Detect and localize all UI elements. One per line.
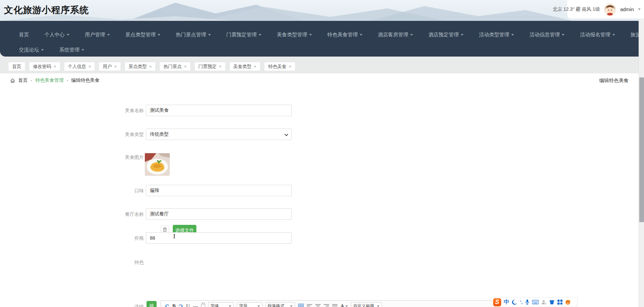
bold-icon[interactable]: B — [172, 303, 175, 307]
redo-icon[interactable]: ↷ — [179, 303, 183, 307]
undo-icon[interactable]: ↶ — [165, 303, 169, 307]
caret-down-icon — [41, 49, 44, 51]
nav-hotel-room-mgmt[interactable]: 酒店客房管理 — [378, 32, 413, 38]
tab-scenic-type[interactable]: 景点类型× — [125, 62, 156, 71]
caret-down-icon — [257, 305, 259, 307]
ime-microphone-icon[interactable] — [525, 299, 529, 305]
price-input[interactable] — [146, 232, 292, 244]
caret-down-icon — [208, 34, 211, 36]
taste-label: 口味 — [103, 185, 144, 196]
food-name-label: 美食名称 — [103, 105, 144, 116]
nav-activity-info-mgmt[interactable]: 活动信息管理 — [529, 32, 565, 38]
close-icon[interactable]: × — [219, 64, 222, 69]
nav-activity-signup-mgmt[interactable]: 活动报名管理 — [580, 32, 615, 38]
font-color-button[interactable]: A — [341, 303, 348, 307]
close-icon[interactable]: × — [114, 64, 117, 69]
tab-home[interactable]: 首页 — [8, 62, 25, 71]
close-icon[interactable]: × — [54, 64, 56, 69]
ime-moon-icon[interactable] — [512, 300, 517, 305]
horizontal-rule-icon[interactable]: — — [193, 303, 198, 307]
food-name-input[interactable] — [146, 105, 292, 116]
nav-ticket-booking-mgmt[interactable]: 门票预定管理 — [226, 32, 261, 38]
nav-scenic-type-mgmt[interactable]: 景点类型管理 — [125, 32, 160, 38]
breadcrumb-current: 编辑特色美食 — [71, 77, 99, 83]
close-icon[interactable]: × — [289, 64, 291, 69]
close-icon[interactable]: × — [149, 64, 152, 69]
food-type-select[interactable]: 传统类型 — [146, 129, 292, 140]
tab-personal-info[interactable]: 个人信息× — [64, 62, 95, 71]
caret-down-icon — [562, 34, 565, 36]
paragraph-format-select[interactable]: 段落格式 — [265, 302, 295, 307]
close-icon[interactable]: × — [184, 64, 187, 69]
food-image-label: 美食图片 — [103, 151, 144, 163]
caret-down-icon — [229, 305, 231, 307]
ime-chinese-mode-icon[interactable]: 中 — [504, 299, 509, 306]
tab-user[interactable]: 用户× — [99, 62, 121, 71]
scrollbar-thumb[interactable] — [639, 77, 644, 222]
nav-forum[interactable]: 交流论坛 — [19, 47, 44, 53]
caret-down-icon — [158, 34, 160, 36]
app-title: 文化旅游小程序系统 — [4, 4, 89, 16]
font-family-select[interactable]: 字体 — [208, 302, 234, 307]
avatar[interactable] — [604, 3, 616, 15]
breadcrumb: 首页 - 特色美食管理 - 编辑特色美食 — [10, 77, 99, 83]
nav-food-type-mgmt[interactable]: 美食类型管理 — [277, 32, 312, 38]
nav-hot-scenic-mgmt[interactable]: 热门景点管理 — [176, 32, 211, 38]
app-header: 文化旅游小程序系统 北京 12.3° 霾 南风 1级 admin — [0, 0, 644, 21]
align-justify-icon[interactable] — [332, 304, 337, 307]
tab-hot-scenic[interactable]: 热门景点× — [159, 62, 191, 71]
insert-table-icon[interactable] — [298, 304, 304, 307]
breadcrumb-section-link[interactable]: 特色美食管理 — [35, 77, 64, 83]
close-icon[interactable]: × — [254, 64, 257, 69]
home-icon — [10, 78, 15, 83]
tab-food-type[interactable]: 美食类型× — [229, 62, 261, 71]
trash-icon — [163, 227, 167, 232]
food-image-thumbnail[interactable] — [145, 153, 170, 176]
caret-down-icon — [67, 34, 69, 36]
align-right-icon[interactable] — [324, 304, 329, 307]
ime-account-icon[interactable] — [541, 300, 546, 305]
nav-home[interactable]: 首页 — [19, 32, 29, 38]
taste-input[interactable] — [146, 185, 292, 196]
align-left-icon[interactable] — [307, 304, 312, 307]
nav-hotel-booking-mgmt[interactable]: 酒店预定管理 — [428, 32, 463, 38]
nav-personal-center[interactable]: 个人中心 — [44, 32, 69, 38]
close-icon[interactable]: × — [89, 64, 91, 69]
ime-punctuation-icon[interactable]: ’, — [520, 300, 522, 305]
nav-system-mgmt[interactable]: 系统管理 — [59, 47, 84, 53]
restaurant-label: 餐厅名称 — [103, 208, 144, 220]
ime-skin-icon[interactable] — [549, 300, 555, 305]
tab-change-password[interactable]: 修改密码× — [29, 62, 60, 71]
ime-emoji-icon[interactable] — [565, 300, 571, 305]
caret-down-icon — [360, 34, 362, 36]
vertical-scrollbar[interactable] — [639, 19, 644, 307]
caret-down-icon — [612, 34, 615, 36]
editor-insert-button[interactable]: 插 — [147, 301, 157, 307]
paste-icon[interactable] — [201, 304, 205, 307]
detail-label: 详情 — [103, 301, 144, 307]
user-caret-down-icon[interactable] — [638, 8, 641, 10]
breadcrumb-home[interactable]: 首页 — [18, 77, 28, 83]
caret-down-icon — [107, 34, 110, 36]
underline-icon[interactable]: U — [186, 303, 190, 307]
nav-user-mgmt[interactable]: 用户管理 — [85, 32, 110, 38]
caret-down-icon — [511, 34, 514, 36]
nav-special-food-mgmt[interactable]: 特色美食管理 — [327, 32, 362, 38]
content-panel: 首页 - 特色美食管理 - 编辑特色美食 编辑特色美食 美食名称 美食类型 传统… — [0, 73, 639, 307]
restaurant-input[interactable] — [146, 208, 292, 220]
username[interactable]: admin — [620, 6, 634, 12]
caret-down-icon — [290, 305, 292, 307]
caret-down-icon — [259, 34, 261, 36]
tab-special-food[interactable]: 特色美食× — [264, 62, 295, 71]
align-center-icon[interactable] — [315, 304, 321, 307]
custom-title-select[interactable]: 自定义标题 — [351, 302, 382, 307]
tab-ticket-booking[interactable]: 门票预定× — [194, 62, 226, 71]
ime-toolbox-icon[interactable] — [557, 300, 562, 305]
font-size-select[interactable]: 字号 — [237, 302, 262, 307]
page-title: 编辑特色美食 — [599, 77, 629, 84]
caret-down-icon — [377, 305, 379, 307]
price-label: 价格 — [103, 232, 144, 244]
ime-keyboard-icon[interactable] — [532, 300, 539, 304]
nav-activity-type-mgmt[interactable]: 活动类型管理 — [479, 32, 514, 38]
sogou-logo-icon[interactable]: S — [493, 298, 501, 306]
